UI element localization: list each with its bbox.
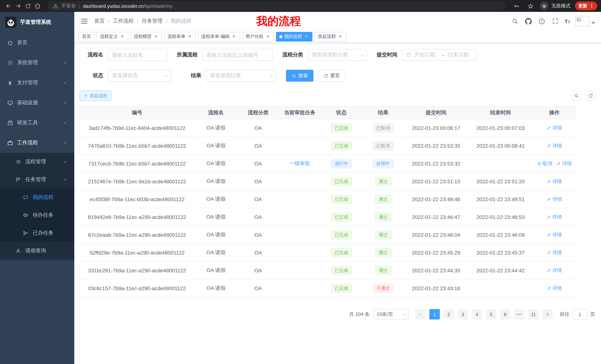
sidebar-item-dev-tools[interactable]: 研发工具 bbox=[0, 113, 74, 133]
current-task-link[interactable]: 一级审批 bbox=[289, 160, 310, 166]
chevron-left-icon bbox=[418, 312, 423, 316]
update-label: 更新 bbox=[578, 3, 587, 9]
page-button-5[interactable]: 5 bbox=[486, 309, 496, 319]
monitor-icon bbox=[7, 99, 13, 106]
header-search-button[interactable] bbox=[511, 17, 519, 25]
cell-id: ec45f38f-7b9a-11ec-b03b-acde48001122 bbox=[80, 190, 195, 208]
sidebar-item-process-management[interactable]: 流程管理 bbox=[0, 153, 74, 171]
browser-update-button[interactable]: 更新 ⋮ bbox=[575, 1, 597, 10]
breadcrumb-current: 我的流程 bbox=[171, 18, 191, 25]
detail-link[interactable]: 详情 bbox=[557, 160, 572, 167]
browser-reload-button[interactable] bbox=[23, 1, 33, 11]
close-icon[interactable]: × bbox=[153, 34, 159, 39]
detail-link[interactable]: 详情 bbox=[547, 249, 562, 256]
goto-page-input[interactable] bbox=[572, 309, 587, 319]
cell-category: OA bbox=[237, 226, 279, 244]
cell-name: OA 请假 bbox=[195, 279, 237, 297]
detail-link[interactable]: 详情 bbox=[547, 178, 562, 185]
prev-page-button[interactable] bbox=[415, 309, 426, 319]
tab-process-form[interactable]: 流程表单× bbox=[164, 32, 196, 41]
page-size-select[interactable]: 10条/页 bbox=[373, 309, 409, 319]
breadcrumb-task-management[interactable]: 任务管理 bbox=[142, 18, 163, 25]
list-icon bbox=[15, 158, 21, 165]
incognito-profile-chip[interactable]: 无痕模式 bbox=[540, 1, 571, 10]
bookmark-star-button[interactable] bbox=[526, 1, 535, 11]
category-select[interactable]: 请选择流程分类 bbox=[308, 49, 367, 61]
page-button-6[interactable]: 6 bbox=[500, 309, 510, 319]
refresh-table-button[interactable] bbox=[585, 91, 596, 101]
sidebar-item-todo-tasks[interactable]: 待办任务 bbox=[0, 206, 74, 224]
font-size-button[interactable]: TT bbox=[564, 18, 570, 24]
sidebar-item-home[interactable]: 首页 bbox=[0, 33, 74, 53]
close-icon[interactable]: × bbox=[338, 34, 343, 39]
close-icon[interactable]: × bbox=[231, 34, 237, 39]
address-bar[interactable]: 不安全 | dashboard.yudao.iocoder.cn/bpm/tas… bbox=[48, 1, 506, 11]
next-page-button[interactable] bbox=[542, 309, 553, 319]
fullscreen-button[interactable] bbox=[551, 17, 559, 25]
search-button[interactable]: 搜索 bbox=[286, 70, 313, 82]
tab-my-process[interactable]: 我的流程× bbox=[276, 32, 312, 41]
security-label: 不安全 bbox=[61, 3, 76, 9]
result-select[interactable]: 请选择流结果 bbox=[206, 70, 276, 82]
sidebar-item-label: 已办任务 bbox=[33, 230, 53, 236]
page-button-4[interactable]: 4 bbox=[472, 309, 482, 319]
detail-link[interactable]: 详情 bbox=[547, 231, 562, 238]
sidebar-item-infrastructure[interactable]: 基础设施 bbox=[0, 93, 74, 113]
tab-process-definition[interactable]: 流程定义× bbox=[97, 32, 128, 41]
sidebar-item-workflow[interactable]: 工作流程 bbox=[0, 133, 74, 153]
github-link-button[interactable] bbox=[524, 17, 532, 25]
breadcrumb-workflow[interactable]: 工作流程 bbox=[113, 18, 134, 25]
close-icon[interactable]: × bbox=[265, 34, 270, 39]
cancel-link[interactable]: 取消 bbox=[537, 160, 552, 167]
start-process-button[interactable]: 发起流程 bbox=[80, 91, 111, 101]
tab-start-process[interactable]: 发起流程× bbox=[315, 32, 346, 41]
process-definition-input[interactable] bbox=[202, 49, 273, 61]
detail-link[interactable]: 详情 bbox=[547, 267, 562, 274]
detail-link[interactable]: 详情 bbox=[547, 213, 562, 220]
tab-process-model[interactable]: 流程模型× bbox=[130, 32, 162, 41]
detail-link[interactable]: 详情 bbox=[547, 285, 562, 291]
star-icon bbox=[527, 3, 534, 9]
chrome-right-cluster: 无痕模式 更新 ⋮ bbox=[511, 1, 597, 11]
more-pages-button[interactable]: ••• bbox=[514, 309, 524, 319]
sidebar-item-my-process[interactable]: 我的流程 bbox=[0, 189, 74, 206]
password-key-button[interactable] bbox=[511, 1, 521, 11]
col-current-task: 当前审批任务 bbox=[279, 106, 321, 119]
page-button-11[interactable]: 11 bbox=[528, 309, 539, 319]
sidebar-item-done-tasks[interactable]: 已办任务 bbox=[0, 224, 74, 242]
cell-id: 2152467e-7b9b-11ec-9a1b-acde48001122 bbox=[80, 172, 195, 190]
tab-user-group[interactable]: 用户分组× bbox=[242, 32, 274, 41]
help-button[interactable]: ? bbox=[538, 17, 546, 25]
sidebar-toggle-button[interactable] bbox=[80, 17, 88, 25]
browser-home-button[interactable] bbox=[33, 1, 42, 11]
sidebar-item-payment[interactable]: ¥ 支付管理 bbox=[0, 73, 74, 93]
page-button-1[interactable]: 1 bbox=[429, 309, 440, 319]
page-button-2[interactable]: 2 bbox=[443, 309, 454, 319]
sidebar-item-system[interactable]: 系统管理 bbox=[0, 53, 74, 73]
detail-link[interactable]: 详情 bbox=[547, 196, 562, 202]
table-row: 67c2eaab-7b9a-11ec-a290-acde48001122 OA … bbox=[80, 226, 576, 244]
tab-home[interactable]: 首页 bbox=[79, 32, 94, 41]
browser-forward-button[interactable] bbox=[13, 1, 23, 11]
user-avatar-menu[interactable] bbox=[575, 16, 595, 26]
toggle-search-button[interactable] bbox=[571, 91, 582, 101]
sidebar-item-task-management[interactable]: 任务管理 bbox=[0, 171, 74, 189]
app-logo[interactable]: 芋道管理系统 bbox=[0, 12, 74, 33]
date-range-picker[interactable]: 开始日期 - 结束日期 bbox=[402, 49, 476, 61]
close-icon[interactable]: × bbox=[120, 34, 125, 39]
process-name-input[interactable] bbox=[108, 49, 167, 61]
browser-back-button[interactable] bbox=[4, 1, 13, 11]
close-icon[interactable]: × bbox=[187, 34, 192, 39]
breadcrumb-home[interactable]: 首页 bbox=[94, 18, 105, 25]
status-select[interactable]: 请选择状态 bbox=[108, 70, 171, 82]
reset-button[interactable]: 重置 bbox=[318, 70, 345, 82]
tab-process-form-edit[interactable]: 流程表单-编辑× bbox=[198, 32, 240, 41]
cell-submit-time: 2022-01-22 23:45:29 bbox=[404, 244, 468, 261]
page-url: dashboard.yudao.iocoder.cn/bpm/task/my bbox=[83, 3, 172, 9]
sidebar-item-leave-query[interactable]: 请假查询 bbox=[0, 242, 74, 260]
detail-link[interactable]: 详情 bbox=[547, 125, 562, 131]
close-icon[interactable]: × bbox=[304, 34, 309, 39]
detail-link[interactable]: 详情 bbox=[547, 142, 562, 149]
cell-id: 52ffd28e-7b9a-11ec-a290-acde48001122 bbox=[80, 244, 195, 261]
page-button-3[interactable]: 3 bbox=[458, 309, 468, 319]
